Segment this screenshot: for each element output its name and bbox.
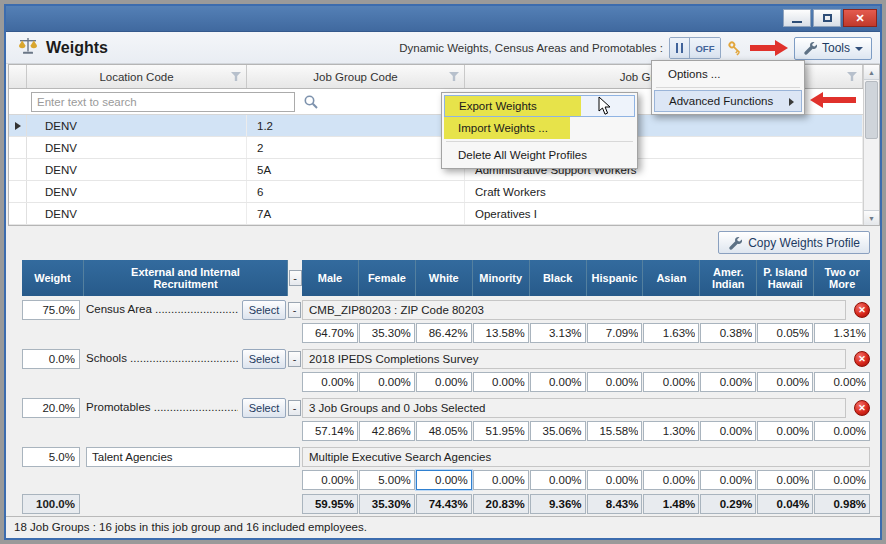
percent-input[interactable] xyxy=(700,372,756,392)
remove-source-button[interactable]: ✕ xyxy=(854,400,870,416)
percent-input[interactable] xyxy=(473,372,529,392)
percent-input[interactable] xyxy=(302,470,358,490)
percent-input[interactable] xyxy=(643,372,699,392)
filter-funnel-icon[interactable] xyxy=(449,72,459,81)
table-row[interactable]: DENV 7A Operatives I xyxy=(9,203,863,225)
collapse-all-button[interactable]: - xyxy=(289,270,302,286)
percent-input[interactable] xyxy=(587,372,643,392)
percent-input[interactable] xyxy=(473,470,529,490)
percent-input[interactable] xyxy=(757,470,813,490)
maximize-button[interactable] xyxy=(813,9,841,27)
weight-values-row xyxy=(22,323,870,343)
percent-input[interactable] xyxy=(757,323,813,343)
table-row[interactable]: DENV 6 Craft Workers xyxy=(9,181,863,203)
scrollbar-thumb[interactable] xyxy=(865,81,878,139)
collapse-button[interactable]: - xyxy=(288,302,301,318)
scroll-up-icon[interactable]: ▲ xyxy=(864,65,879,80)
select-button[interactable]: Select xyxy=(242,349,286,369)
cell-location[interactable]: DENV xyxy=(27,181,247,202)
remove-source-button[interactable]: ✕ xyxy=(854,351,870,367)
search-icon[interactable] xyxy=(303,94,319,110)
percent-input[interactable] xyxy=(416,421,472,441)
percent-input[interactable] xyxy=(416,372,472,392)
percent-input[interactable] xyxy=(359,421,415,441)
weight-input[interactable] xyxy=(22,447,80,467)
column-header-location-code[interactable]: Location Code xyxy=(27,65,247,88)
percent-input[interactable] xyxy=(757,372,813,392)
percent-input[interactable] xyxy=(530,421,586,441)
cell-location[interactable]: DENV xyxy=(27,203,247,224)
select-button[interactable]: Select xyxy=(242,398,286,418)
cell-job-group-code[interactable]: 1.2 xyxy=(247,115,465,136)
cell-location[interactable]: DENV xyxy=(27,115,247,136)
percent-input[interactable] xyxy=(643,470,699,490)
percent-input[interactable] xyxy=(416,323,472,343)
copy-weights-profile-button[interactable]: Copy Weights Profile xyxy=(718,231,870,254)
percent-input[interactable] xyxy=(530,470,586,490)
minimize-button[interactable] xyxy=(783,9,811,27)
weight-input[interactable] xyxy=(22,398,80,418)
select-button[interactable]: Select xyxy=(242,300,286,320)
filter-funnel-icon[interactable] xyxy=(231,72,241,81)
menu-item-delete-all-weight-profiles[interactable]: Delete All Weight Profiles xyxy=(444,144,635,166)
cell-job-group-name[interactable]: Operatives I xyxy=(465,203,863,224)
menu-item-advanced-functions[interactable]: Advanced Functions xyxy=(654,90,802,112)
percent-input[interactable] xyxy=(416,470,472,490)
collapse-button[interactable]: - xyxy=(288,400,301,416)
key-icon[interactable] xyxy=(727,40,744,57)
filter-funnel-icon[interactable] xyxy=(847,72,857,81)
percent-input[interactable] xyxy=(302,421,358,441)
percent-input[interactable] xyxy=(359,372,415,392)
percent-input[interactable] xyxy=(814,323,870,343)
cell-job-group-code[interactable]: 5A xyxy=(247,159,465,180)
menu-item-import-weights[interactable]: Import Weights ... xyxy=(444,117,635,139)
percent-input[interactable] xyxy=(473,421,529,441)
percent-input[interactable] xyxy=(814,372,870,392)
annotation-arrow-advanced-functions xyxy=(810,92,856,108)
search-input[interactable] xyxy=(31,92,295,112)
percent-input[interactable] xyxy=(643,323,699,343)
percent-input[interactable] xyxy=(359,470,415,490)
percent-input[interactable] xyxy=(530,323,586,343)
total-values: 59.95%35.30%74.43%20.83%9.36%8.43%1.48%0… xyxy=(302,494,870,514)
percent-input[interactable] xyxy=(473,323,529,343)
percent-input[interactable] xyxy=(757,421,813,441)
percent-input[interactable] xyxy=(700,421,756,441)
percent-input[interactable] xyxy=(587,470,643,490)
menu-item-options[interactable]: Options ... xyxy=(654,63,802,85)
table-row[interactable]: DENV 5A Administrative Support Workers xyxy=(9,159,863,181)
percent-input[interactable] xyxy=(587,421,643,441)
scroll-down-icon[interactable]: ▼ xyxy=(864,210,879,225)
table-row[interactable]: DENV 2 Professionals xyxy=(9,137,863,159)
percent-input[interactable] xyxy=(302,323,358,343)
source-name-input[interactable] xyxy=(86,447,300,467)
row-indicator xyxy=(9,203,27,224)
percent-input[interactable] xyxy=(814,470,870,490)
tools-button[interactable]: Tools xyxy=(794,37,872,60)
cell-job-group-code[interactable]: 2 xyxy=(247,137,465,158)
cell-location[interactable]: DENV xyxy=(27,159,247,180)
cell-job-group-name[interactable]: Craft Workers xyxy=(465,181,863,202)
table-row[interactable]: DENV 1.2 xyxy=(9,115,863,137)
toggle-off-segment[interactable]: OFF xyxy=(690,38,720,58)
weight-input[interactable] xyxy=(22,349,80,369)
vertical-scrollbar[interactable]: ▲ ▼ xyxy=(863,65,879,225)
cell-job-group-code[interactable]: 6 xyxy=(247,181,465,202)
titlebar: ✕ xyxy=(6,6,880,32)
percent-input[interactable] xyxy=(700,470,756,490)
percent-input[interactable] xyxy=(643,421,699,441)
percent-input[interactable] xyxy=(359,323,415,343)
percent-input[interactable] xyxy=(302,372,358,392)
close-button[interactable]: ✕ xyxy=(843,9,877,27)
percent-input[interactable] xyxy=(530,372,586,392)
toggle-on-segment[interactable] xyxy=(670,38,690,58)
weight-input[interactable] xyxy=(22,300,80,320)
percent-input[interactable] xyxy=(587,323,643,343)
percent-input[interactable] xyxy=(700,323,756,343)
remove-source-button[interactable]: ✕ xyxy=(854,302,870,318)
cell-job-group-code[interactable]: 7A xyxy=(247,203,465,224)
cell-location[interactable]: DENV xyxy=(27,137,247,158)
column-header-job-group-code[interactable]: Job Group Code xyxy=(247,65,465,88)
percent-input[interactable] xyxy=(814,421,870,441)
collapse-button[interactable]: - xyxy=(288,351,301,367)
